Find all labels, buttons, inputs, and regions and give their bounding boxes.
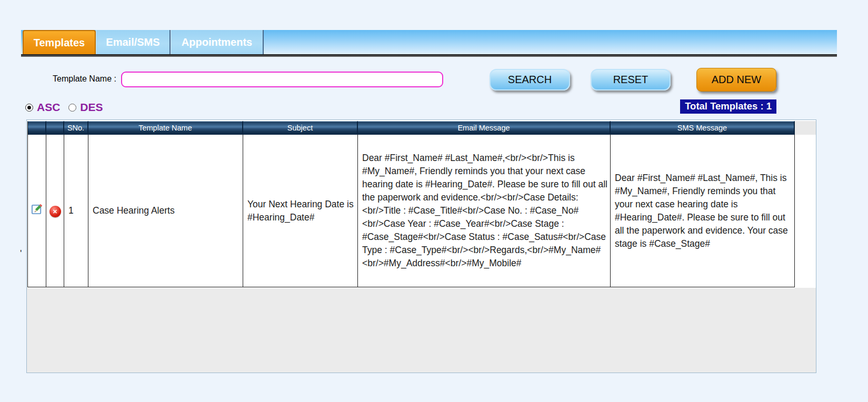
templates-table: SNo. Template Name Subject Email Message… [27,121,816,287]
header-email-message: Email Message [358,121,611,135]
sort-controls: ASC DES [25,100,112,115]
email-message-cell: Dear #First_Name# #Last_Name#,<br/><br/>… [358,135,611,287]
header-sms-message: SMS Message [611,121,795,135]
sms-message-cell: Dear #First_Name# #Last_Name#, This is #… [611,135,795,287]
header-sno: SNo. [64,121,88,135]
sort-des-label: DES [80,101,103,114]
search-button[interactable]: SEARCH [490,69,570,91]
edit-cell [27,135,46,287]
tab-bar-shadow [21,54,837,57]
templates-grid: SNo. Template Name Subject Email Message… [26,119,816,373]
edit-button[interactable] [31,203,43,215]
subject-cell: Your Next Hearing Date is #Hearing_Date# [243,135,358,287]
grid-footer [27,288,816,373]
stray-mark: ' [20,248,22,259]
header-edit-column [27,121,46,135]
sort-asc-radio[interactable] [25,104,33,112]
total-templates-badge: Total Templates : 1 [680,99,776,114]
table-header-row: SNo. Template Name Subject Email Message… [27,121,816,135]
tab-bar: Templates Email/SMS Appointments [21,30,837,54]
row-filler-cell [795,135,816,287]
add-new-button[interactable]: ADD NEW [696,68,776,92]
delete-x-icon: ✕ [53,208,57,215]
header-subject: Subject [243,121,358,135]
reset-button[interactable]: RESET [591,69,671,91]
template-row: ✕ 1 Case Hearing Alerts Your Next Hearin… [27,135,816,287]
header-delete-column [46,121,64,135]
edit-pencil-icon [31,203,43,215]
tab-appointments[interactable]: Appointments [171,30,264,54]
sort-des-radio[interactable] [68,104,76,112]
sort-asc-label: ASC [37,101,60,114]
header-template-name: Template Name [88,121,243,135]
template-name-label: Template Name : [53,74,116,84]
delete-cell: ✕ [46,135,64,287]
sno-cell: 1 [64,135,88,287]
tab-templates[interactable]: Templates [23,30,96,54]
template-name-input[interactable] [121,72,443,87]
template-name-cell: Case Hearing Alerts [88,135,243,287]
delete-button[interactable]: ✕ [49,206,61,217]
tab-email-sms[interactable]: Email/SMS [96,30,171,54]
header-filler [795,121,816,135]
